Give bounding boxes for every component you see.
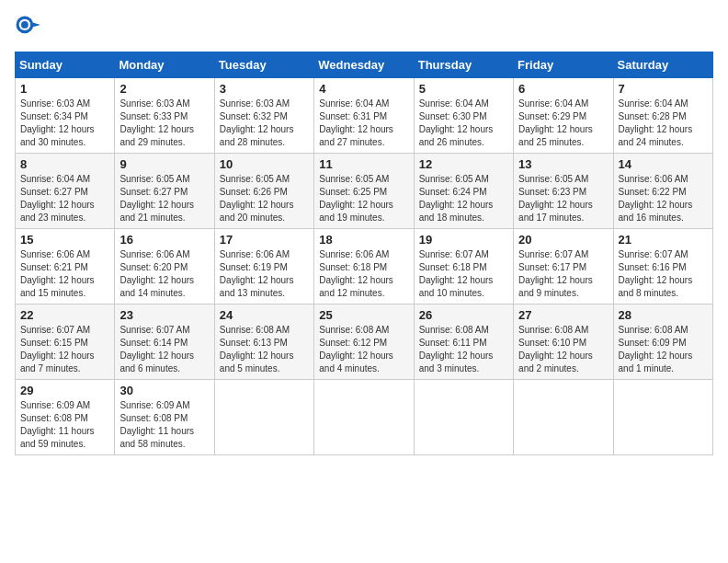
calendar-day-19: 19Sunrise: 6:07 AM Sunset: 6:18 PM Dayli… (414, 229, 513, 304)
calendar-day-29: 29Sunrise: 6:09 AM Sunset: 6:08 PM Dayli… (16, 380, 115, 455)
col-header-saturday: Saturday (613, 52, 712, 78)
calendar-table: SundayMondayTuesdayWednesdayThursdayFrid… (15, 52, 713, 455)
logo-icon (15, 15, 40, 40)
calendar-day-empty-4-4 (414, 380, 513, 455)
calendar-day-empty-4-6 (613, 380, 712, 455)
calendar-day-5: 5Sunrise: 6:04 AM Sunset: 6:30 PM Daylig… (414, 78, 513, 154)
calendar-day-14: 14Sunrise: 6:06 AM Sunset: 6:22 PM Dayli… (613, 154, 712, 229)
col-header-friday: Friday (514, 52, 613, 78)
calendar-day-27: 27Sunrise: 6:08 AM Sunset: 6:10 PM Dayli… (514, 304, 613, 380)
calendar-day-25: 25Sunrise: 6:08 AM Sunset: 6:12 PM Dayli… (314, 304, 414, 380)
calendar-day-12: 12Sunrise: 6:05 AM Sunset: 6:24 PM Dayli… (414, 154, 513, 229)
col-header-thursday: Thursday (414, 52, 513, 78)
calendar-day-6: 6Sunrise: 6:04 AM Sunset: 6:29 PM Daylig… (514, 78, 613, 154)
calendar-day-2: 2Sunrise: 6:03 AM Sunset: 6:33 PM Daylig… (115, 78, 214, 154)
calendar-day-28: 28Sunrise: 6:08 AM Sunset: 6:09 PM Dayli… (613, 304, 712, 380)
calendar-day-18: 18Sunrise: 6:06 AM Sunset: 6:18 PM Dayli… (314, 229, 414, 304)
calendar-day-13: 13Sunrise: 6:05 AM Sunset: 6:23 PM Dayli… (514, 154, 613, 229)
calendar-day-24: 24Sunrise: 6:08 AM Sunset: 6:13 PM Dayli… (214, 304, 313, 380)
calendar-day-15: 15Sunrise: 6:06 AM Sunset: 6:21 PM Dayli… (16, 229, 115, 304)
calendar-day-3: 3Sunrise: 6:03 AM Sunset: 6:32 PM Daylig… (214, 78, 313, 154)
calendar-day-26: 26Sunrise: 6:08 AM Sunset: 6:11 PM Dayli… (414, 304, 513, 380)
calendar-day-30: 30Sunrise: 6:09 AM Sunset: 6:08 PM Dayli… (115, 380, 214, 455)
calendar-day-empty-4-5 (514, 380, 613, 455)
calendar-day-21: 21Sunrise: 6:07 AM Sunset: 6:16 PM Dayli… (613, 229, 712, 304)
calendar-day-9: 9Sunrise: 6:05 AM Sunset: 6:27 PM Daylig… (115, 154, 214, 229)
col-header-sunday: Sunday (16, 52, 115, 78)
calendar-day-20: 20Sunrise: 6:07 AM Sunset: 6:17 PM Dayli… (514, 229, 613, 304)
page-header (15, 15, 713, 40)
calendar-day-empty-4-2 (214, 380, 313, 455)
svg-point-2 (21, 21, 28, 29)
logo (15, 15, 44, 40)
calendar-header-row: SundayMondayTuesdayWednesdayThursdayFrid… (16, 52, 713, 78)
calendar-day-7: 7Sunrise: 6:04 AM Sunset: 6:28 PM Daylig… (613, 78, 712, 154)
col-header-monday: Monday (115, 52, 214, 78)
calendar-day-10: 10Sunrise: 6:05 AM Sunset: 6:26 PM Dayli… (214, 154, 313, 229)
calendar-day-23: 23Sunrise: 6:07 AM Sunset: 6:14 PM Dayli… (115, 304, 214, 380)
calendar-day-11: 11Sunrise: 6:05 AM Sunset: 6:25 PM Dayli… (314, 154, 414, 229)
calendar-day-8: 8Sunrise: 6:04 AM Sunset: 6:27 PM Daylig… (16, 154, 115, 229)
svg-marker-3 (30, 22, 40, 28)
calendar-day-empty-4-3 (314, 380, 414, 455)
calendar-day-17: 17Sunrise: 6:06 AM Sunset: 6:19 PM Dayli… (214, 229, 313, 304)
calendar-day-22: 22Sunrise: 6:07 AM Sunset: 6:15 PM Dayli… (16, 304, 115, 380)
col-header-wednesday: Wednesday (314, 52, 414, 78)
calendar-day-1: 1Sunrise: 6:03 AM Sunset: 6:34 PM Daylig… (16, 78, 115, 154)
col-header-tuesday: Tuesday (214, 52, 313, 78)
calendar-day-4: 4Sunrise: 6:04 AM Sunset: 6:31 PM Daylig… (314, 78, 414, 154)
calendar-day-16: 16Sunrise: 6:06 AM Sunset: 6:20 PM Dayli… (115, 229, 214, 304)
